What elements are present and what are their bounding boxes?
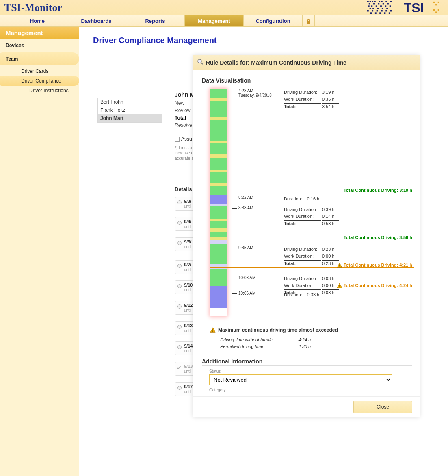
svg-rect-25: [372, 10, 373, 12]
dialog-body[interactable]: Data Visualisation: [193, 70, 420, 396]
app-logo-text: TSI-Monitor: [4, 2, 62, 14]
sidebar-item-devices[interactable]: Devices: [0, 39, 79, 52]
timestamp-label: 10:03 AM: [238, 276, 255, 280]
svg-rect-44: [339, 264, 340, 266]
additional-information: Additional Information Status Not Review…: [202, 358, 412, 392]
nav-dashboards[interactable]: Dashboards: [67, 15, 126, 26]
duration-block: Driving Duration:3:19 h Work Duration:0:…: [283, 89, 340, 111]
timestamp-date: Tuesday, 9/4/2018: [238, 93, 272, 98]
app-header: TSI-Monitor TSI: [0, 0, 448, 15]
svg-rect-21: [377, 8, 379, 9]
dialog-header: Rule Details for: Maximum Continuous Dri…: [193, 55, 420, 70]
svg-rect-49: [212, 331, 213, 332]
svg-rect-15: [376, 5, 377, 7]
warning-icon: [337, 283, 342, 289]
svg-rect-18: [390, 5, 391, 7]
magnifier-icon: [197, 59, 203, 66]
duration-block: Duration:0:16 h: [283, 195, 324, 203]
svg-rect-7: [390, 1, 392, 2]
svg-rect-36: [433, 2, 435, 3]
rule-details-dialog: Rule Details for: Maximum Continuous Dri…: [193, 55, 420, 417]
svg-rect-17: [385, 5, 387, 7]
warning-title: Maximum continuous driving time almost e…: [218, 327, 338, 333]
svg-rect-40: [438, 9, 439, 11]
svg-rect-39: [433, 9, 435, 11]
svg-rect-24: [367, 10, 369, 12]
svg-rect-8: [369, 3, 370, 5]
svg-rect-1: [370, 1, 371, 2]
nav-home[interactable]: Home: [8, 15, 67, 26]
svg-rect-16: [380, 5, 382, 7]
tsi-logo-icon: TSI: [367, 1, 444, 15]
section-additional-info: Additional Information: [202, 358, 412, 366]
warning-summary: Maximum continuous driving time almost e…: [210, 327, 412, 350]
nav-reports[interactable]: Reports: [126, 15, 185, 26]
warning-icon: [210, 327, 216, 333]
duration-block: Duration:0:33 h: [283, 291, 324, 299]
assume-checkbox[interactable]: [175, 137, 180, 142]
svg-rect-32: [379, 12, 381, 14]
svg-rect-23: [386, 8, 388, 9]
close-button[interactable]: Close: [353, 401, 412, 413]
warning-icon: [337, 263, 342, 268]
svg-rect-48: [212, 329, 213, 330]
tcd-label: Total Continuous Driving: 3:19 h: [344, 188, 412, 193]
svg-rect-47: [339, 287, 340, 287]
section-data-visualisation: Data Visualisation: [202, 77, 412, 84]
duration-block: Driving Duration:0:23 h Work Duration:0:…: [283, 246, 340, 267]
timeline-viz: 4:28 AMTuesday, 9/4/2018 8:22 AM 8:38 AM…: [210, 89, 412, 318]
sidebar-item-driver-cards[interactable]: Driver Cards: [0, 66, 79, 76]
driver-list-item[interactable]: Frank Holtz: [98, 106, 162, 114]
svg-rect-22: [382, 8, 383, 9]
svg-rect-13: [368, 5, 370, 7]
sidebar-item-driver-instructions[interactable]: Driver Instructions: [0, 86, 79, 96]
tcd-label: Total Continuous Driving: 4:24 h: [337, 283, 412, 289]
dialog-title: Rule Details for: Maximum Continuous Dri…: [206, 59, 346, 66]
brand-logo: TSI: [367, 0, 444, 15]
sidebar-item-driver-compliance[interactable]: Driver Compliance: [0, 76, 79, 86]
svg-rect-14: [371, 5, 373, 7]
svg-rect-20: [372, 8, 374, 9]
category-field-label: Category: [209, 388, 412, 392]
svg-rect-6: [385, 1, 387, 2]
nav-configuration[interactable]: Configuration: [244, 15, 303, 26]
page-title: Driver Compliance Management: [93, 36, 440, 45]
svg-rect-4: [379, 1, 380, 2]
svg-rect-46: [339, 285, 340, 286]
svg-rect-34: [389, 12, 390, 14]
timestamp-label: 10:06 AM: [238, 291, 255, 296]
svg-rect-28: [385, 10, 387, 12]
status-field-label: Status: [209, 369, 412, 374]
svg-rect-2: [372, 1, 373, 2]
svg-rect-30: [370, 12, 372, 14]
svg-rect-41: [435, 11, 437, 13]
svg-rect-33: [384, 12, 386, 14]
svg-rect-0: [367, 1, 369, 2]
svg-rect-29: [390, 10, 392, 12]
svg-rect-19: [370, 8, 371, 9]
details-header: Details: [175, 186, 192, 192]
nav-lock-icon[interactable]: [303, 15, 315, 26]
svg-rect-27: [381, 10, 383, 12]
duration-block: Driving Duration:0:39 h Work Duration:0:…: [283, 206, 340, 228]
status-select[interactable]: Not Reviewed: [209, 374, 392, 385]
svg-rect-31: [375, 12, 377, 14]
svg-rect-11: [383, 3, 384, 5]
dialog-footer: Close: [193, 396, 420, 417]
nav-management[interactable]: Management: [185, 15, 244, 26]
svg-rect-9: [373, 3, 375, 5]
timestamp-label: 8:22 AM: [238, 195, 253, 200]
sidebar-item-team[interactable]: Team: [0, 52, 79, 65]
tcd-label: Total Continuous Driving: 4:21 h: [337, 263, 412, 268]
driver-list-item[interactable]: John Mart: [98, 114, 162, 122]
svg-rect-10: [378, 3, 380, 5]
driver-list-item[interactable]: Bert Frohn: [98, 98, 162, 106]
svg-rect-37: [438, 2, 439, 3]
timestamp-label: 8:38 AM: [238, 206, 253, 210]
sidebar: Management Devices Team Driver Cards Dri…: [0, 27, 79, 476]
svg-rect-26: [377, 10, 378, 12]
sidebar-header: Management: [0, 27, 79, 39]
svg-line-43: [201, 63, 203, 64]
svg-text:TSI: TSI: [404, 1, 424, 15]
svg-rect-3: [374, 1, 376, 2]
